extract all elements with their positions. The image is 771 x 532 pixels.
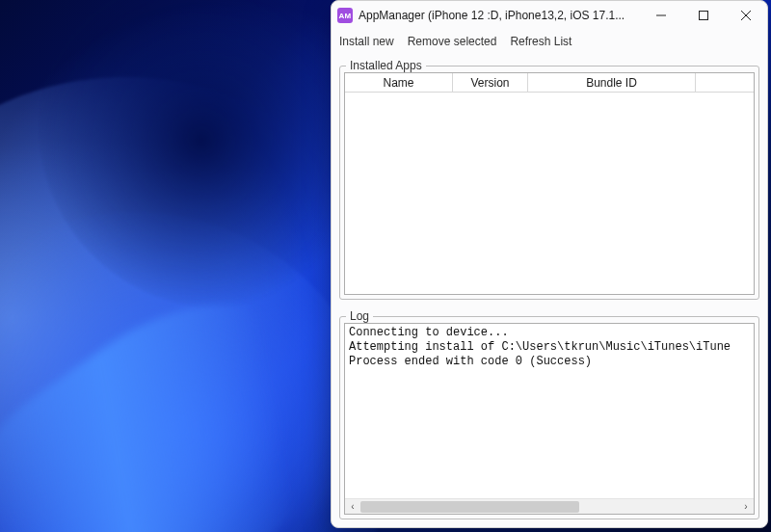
- log-horizontal-scrollbar[interactable]: ‹ ›: [345, 498, 754, 514]
- close-button[interactable]: [725, 1, 767, 30]
- apps-table-header: Name Version Bundle ID: [345, 73, 754, 93]
- minimize-button[interactable]: [640, 1, 682, 30]
- titlebar[interactable]: AM AppManager (iPhone 12 :D, iPhone13,2,…: [332, 1, 767, 30]
- scroll-track[interactable]: [360, 499, 738, 514]
- log-text[interactable]: Connecting to device... Attempting insta…: [345, 324, 754, 498]
- log-box: Connecting to device... Attempting insta…: [344, 323, 755, 515]
- column-name[interactable]: Name: [345, 73, 453, 92]
- installed-apps-legend: Installed Apps: [346, 59, 426, 72]
- column-extra[interactable]: [696, 73, 754, 92]
- installed-apps-panel: Installed Apps Name Version Bundle ID: [339, 59, 759, 300]
- remove-selected-menu[interactable]: Remove selected: [408, 35, 497, 48]
- minimize-icon: [656, 11, 666, 20]
- client-area: Installed Apps Name Version Bundle ID Lo…: [332, 53, 767, 527]
- apps-table-body[interactable]: [345, 93, 754, 294]
- svg-rect-0: [700, 12, 708, 20]
- column-bundle-id[interactable]: Bundle ID: [528, 73, 696, 92]
- appmanager-window: AM AppManager (iPhone 12 :D, iPhone13,2,…: [331, 0, 768, 528]
- refresh-list-menu[interactable]: Refresh List: [510, 35, 572, 48]
- log-panel: Log Connecting to device... Attempting i…: [339, 309, 759, 519]
- scroll-right-icon[interactable]: ›: [738, 499, 754, 515]
- scroll-left-icon[interactable]: ‹: [345, 499, 360, 515]
- maximize-icon: [699, 11, 708, 20]
- maximize-button[interactable]: [682, 1, 725, 30]
- log-legend: Log: [346, 309, 373, 323]
- window-buttons: [640, 1, 767, 30]
- close-icon: [741, 11, 751, 20]
- column-version[interactable]: Version: [453, 73, 528, 92]
- desktop-wallpaper: AM AppManager (iPhone 12 :D, iPhone13,2,…: [0, 0, 771, 532]
- apps-table[interactable]: Name Version Bundle ID: [344, 72, 755, 295]
- menubar: Install new Remove selected Refresh List: [332, 30, 767, 53]
- scroll-thumb[interactable]: [360, 501, 579, 513]
- window-title: AppManager (iPhone 12 :D, iPhone13,2, iO…: [359, 9, 625, 22]
- install-new-menu[interactable]: Install new: [339, 35, 394, 48]
- app-icon: AM: [337, 8, 353, 23]
